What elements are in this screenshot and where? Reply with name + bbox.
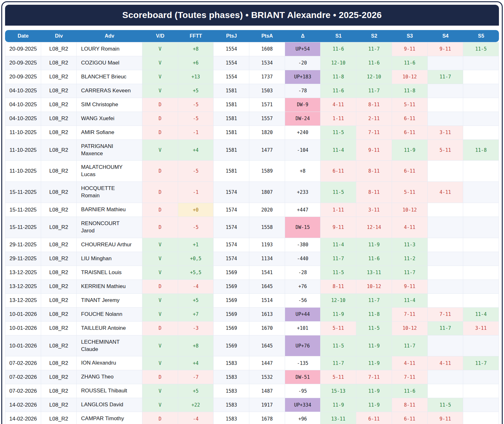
cell-adv: CHOURREAU Arthur (77, 238, 142, 252)
cell-s2: 7-11 (356, 126, 392, 140)
cell-s5: 11-8 (463, 140, 499, 161)
cell-s1: 12-10 (320, 56, 356, 70)
cell-s4 (428, 384, 464, 398)
cell-fftt: +4 (178, 140, 214, 161)
cell-ptsa: 1487 (249, 384, 285, 398)
cell-s3: 6-11 (392, 412, 428, 424)
cell-delta: UP+44 (285, 308, 321, 322)
cell-s5: 11-7 (463, 356, 499, 370)
cell-vd: D (142, 217, 178, 238)
cell-ptsj: 1583 (214, 356, 249, 370)
cell-ptsa: 1447 (249, 356, 285, 370)
cell-div: L08_R2 (41, 98, 77, 112)
cell-s1: 11-9 (320, 398, 356, 412)
cell-fftt: -4 (178, 412, 214, 424)
cell-s3: 4-11 (392, 356, 428, 370)
cell-s4 (428, 161, 464, 182)
cell-vd: V (142, 308, 178, 322)
cell-fftt: +8 (178, 335, 214, 357)
cell-adv: LECHEMINANT Claude (77, 335, 142, 357)
match-row: 07-02-2026L08_R2ION AlexandruV+415831447… (5, 356, 499, 370)
cell-s3: 5-11 (392, 98, 428, 112)
col-header-ptsj: PtsJ (214, 30, 249, 42)
cell-ptsj: 1569 (214, 308, 249, 322)
cell-date: 20-09-2025 (5, 42, 41, 56)
cell-vd: V (142, 356, 178, 370)
cell-div: L08_R2 (41, 280, 77, 294)
cell-s4: 3-11 (428, 126, 464, 140)
cell-ptsa: 2020 (249, 203, 285, 217)
cell-vd: D (142, 98, 178, 112)
cell-s3: 11-7 (392, 266, 428, 280)
cell-fftt: +13 (178, 70, 214, 84)
cell-s3: 9-11 (392, 42, 428, 56)
cell-delta: -78 (285, 84, 321, 98)
cell-s4: 9-11 (428, 412, 464, 424)
cell-s5 (463, 238, 499, 252)
scoreboard-body: 20-09-2025L08_R2LOURY RomainV+815541608U… (5, 42, 499, 424)
cell-vd: D (142, 370, 178, 384)
cell-delta: -104 (285, 140, 321, 161)
cell-s3: 11-4 (392, 294, 428, 308)
cell-delta: -95 (285, 384, 321, 398)
match-row: 11-10-2025L08_R2PATRIGNANI MaxenceV+4158… (5, 140, 499, 161)
cell-div: L08_R2 (41, 112, 77, 126)
cell-s2: 11-5 (356, 322, 392, 335)
cell-s1: 15-13 (320, 384, 356, 398)
cell-s1: 9-11 (320, 217, 356, 238)
cell-ptsa: 1670 (249, 322, 285, 335)
cell-adv: BLANCHET Brieuc (77, 70, 142, 84)
cell-s4 (428, 266, 464, 280)
cell-fftt: +0 (178, 203, 214, 217)
match-row: 15-11-2025L08_R2RENONCOURT JarodD-515741… (5, 217, 499, 238)
cell-s1: 11-5 (320, 335, 356, 357)
cell-adv: BARNIER Mathieu (77, 203, 142, 217)
cell-s2: 11-7 (356, 84, 392, 98)
cell-s3: 4-11 (392, 217, 428, 238)
cell-div: L08_R2 (41, 161, 77, 182)
cell-s3: 11-2 (392, 252, 428, 266)
col-header-div: Div (41, 30, 77, 42)
cell-div: L08_R2 (41, 308, 77, 322)
cell-div: L08_R2 (41, 398, 77, 412)
cell-delta: DW-9 (285, 98, 321, 112)
cell-s3: 8-11 (392, 398, 428, 412)
cell-delta: DW-51 (285, 370, 321, 384)
cell-s1: 11-7 (320, 252, 356, 266)
cell-ptsj: 1569 (214, 294, 249, 308)
cell-date: 11-10-2025 (5, 126, 41, 140)
cell-adv: TAILLEUR Antoine (77, 322, 142, 335)
cell-ptsa: 1558 (249, 217, 285, 238)
cell-adv: MALATCHOUMY Lucas (77, 161, 142, 182)
cell-vd: D (142, 161, 178, 182)
cell-s2: 11-9 (356, 356, 392, 370)
cell-vd: D (142, 112, 178, 126)
cell-delta: +447 (285, 203, 321, 217)
cell-s1: 5-11 (320, 322, 356, 335)
cell-s3: 11-9 (392, 140, 428, 161)
cell-s2: 6-11 (356, 412, 392, 424)
cell-s2: 11-8 (356, 308, 392, 322)
match-row: 04-10-2025L08_R2SIM ChristopheD-51581157… (5, 98, 499, 112)
cell-fftt: +0,5 (178, 252, 214, 266)
cell-s4 (428, 370, 464, 384)
cell-s5 (463, 161, 499, 182)
cell-div: L08_R2 (41, 356, 77, 370)
col-header-fftt: FFTT (178, 30, 214, 42)
cell-delta: DW-24 (285, 112, 321, 126)
cell-vd: V (142, 335, 178, 357)
match-row: 29-11-2025L08_R2LIU MinghanV+0,515741134… (5, 252, 499, 266)
cell-adv: ROUSSEL Thibault (77, 384, 142, 398)
cell-s2: 11-6 (356, 252, 392, 266)
cell-ptsa: 1589 (249, 161, 285, 182)
cell-delta: -380 (285, 238, 321, 252)
match-row: 10-01-2026L08_R2LECHEMINANT ClaudeV+8156… (5, 335, 499, 357)
cell-fftt: -5 (178, 161, 214, 182)
cell-date: 15-11-2025 (5, 217, 41, 238)
cell-ptsa: 1134 (249, 252, 285, 266)
cell-date: 11-10-2025 (5, 140, 41, 161)
cell-adv: HOCQUETTE Romain (77, 182, 142, 203)
match-row: 11-10-2025L08_R2MALATCHOUMY LucasD-51581… (5, 161, 499, 182)
cell-s3: 11-6 (392, 384, 428, 398)
cell-ptsj: 1574 (214, 217, 249, 238)
